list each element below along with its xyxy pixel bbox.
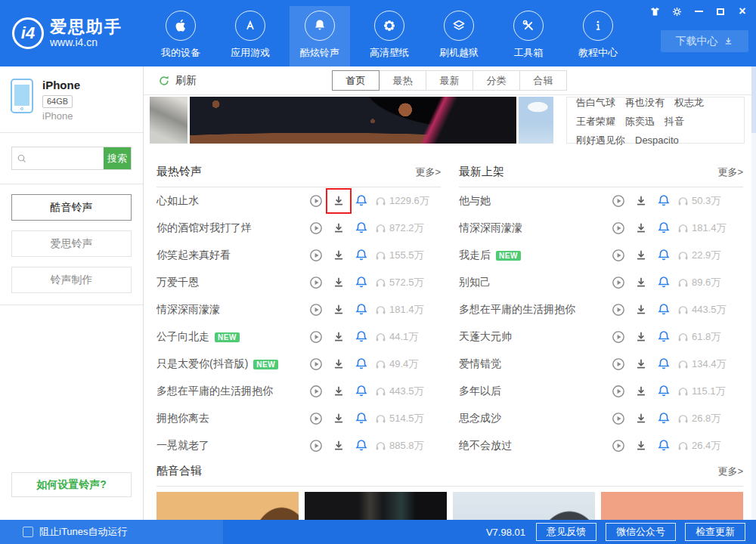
nav-toolbox[interactable]: 工具箱: [498, 6, 559, 66]
play-button[interactable]: [607, 298, 630, 321]
nav-flash-jailbreak[interactable]: 刷机越狱: [429, 6, 489, 66]
play-button[interactable]: [305, 244, 327, 267]
play-button[interactable]: [607, 271, 630, 294]
play-button[interactable]: [607, 244, 630, 267]
tab-categories[interactable]: 分类: [472, 70, 520, 91]
album-cover[interactable]: 合辑: [601, 492, 743, 520]
download-button[interactable]: [630, 434, 652, 457]
banner-slide-next[interactable]: [519, 97, 553, 144]
device-card[interactable]: iPhone 64GB iPhone: [0, 66, 143, 133]
download-button[interactable]: [327, 380, 350, 403]
download-button[interactable]: [327, 326, 350, 348]
set-ringtone-button[interactable]: [652, 326, 675, 348]
nav-wallpapers[interactable]: 高清壁纸: [359, 6, 420, 66]
nav-tutorials[interactable]: 教程中心: [568, 6, 628, 66]
download-button[interactable]: [630, 190, 652, 212]
download-button[interactable]: [327, 244, 350, 267]
download-button-annotated[interactable]: [327, 190, 350, 212]
more-link[interactable]: 更多>: [717, 165, 743, 179]
set-ringtone-button[interactable]: [652, 407, 675, 430]
hot-tag[interactable]: Despacito: [635, 131, 679, 150]
more-link[interactable]: 更多>: [415, 165, 441, 179]
search-input[interactable]: [32, 147, 104, 169]
block-itunes-checkbox[interactable]: [23, 527, 33, 537]
set-ringtone-button[interactable]: [350, 353, 373, 376]
play-button[interactable]: [607, 380, 630, 403]
set-ringtone-button[interactable]: [652, 434, 675, 457]
set-ringtone-button[interactable]: [652, 298, 675, 321]
play-button[interactable]: [305, 217, 327, 240]
play-button[interactable]: [607, 217, 630, 240]
maximize-button[interactable]: [714, 5, 727, 17]
feedback-button[interactable]: 意见反馈: [536, 523, 596, 541]
settings-gear-button[interactable]: [671, 5, 683, 17]
set-ringtone-button[interactable]: [350, 380, 373, 403]
nav-ringtones[interactable]: 酷炫铃声: [290, 6, 350, 66]
album-cover[interactable]: [305, 492, 447, 520]
download-button[interactable]: [630, 244, 652, 267]
tab-home[interactable]: 首页: [332, 70, 380, 91]
album-cover[interactable]: 我的天: [453, 492, 595, 520]
download-center-button[interactable]: 下载中心: [661, 30, 748, 52]
sidebar-item-kuyin-ringtones[interactable]: 酷音铃声: [11, 194, 132, 221]
download-button[interactable]: [327, 434, 350, 457]
set-ringtone-button[interactable]: [350, 326, 373, 348]
hot-tag[interactable]: 王者荣耀: [576, 112, 615, 131]
download-button[interactable]: [630, 380, 652, 403]
banner-slide-current[interactable]: [190, 97, 516, 144]
tab-newest[interactable]: 最新: [426, 70, 473, 91]
refresh-button[interactable]: 刷新: [157, 66, 197, 94]
tab-collections[interactable]: 合辑: [519, 70, 567, 91]
theme-skin-button[interactable]: [649, 5, 661, 17]
set-ringtone-button[interactable]: [652, 271, 675, 294]
play-button[interactable]: [305, 190, 327, 212]
album-cover[interactable]: 好歌: [156, 492, 299, 520]
play-button[interactable]: [305, 298, 327, 321]
play-button[interactable]: [607, 353, 630, 376]
play-button[interactable]: [607, 434, 630, 457]
check-update-button[interactable]: 检查更新: [685, 523, 745, 541]
download-button[interactable]: [630, 353, 652, 376]
close-button[interactable]: ×: [736, 5, 748, 17]
play-button[interactable]: [305, 380, 327, 403]
set-ringtone-button[interactable]: [350, 217, 373, 240]
set-ringtone-button[interactable]: [652, 353, 675, 376]
play-button[interactable]: [607, 407, 630, 430]
search-button[interactable]: 搜索: [104, 147, 131, 169]
nav-my-devices[interactable]: 我的设备: [150, 6, 211, 66]
banner-slide-prev[interactable]: [150, 97, 187, 144]
more-link[interactable]: 更多>: [717, 465, 743, 478]
download-button[interactable]: [327, 271, 350, 294]
set-ringtone-button[interactable]: [350, 271, 373, 294]
set-ringtone-button[interactable]: [652, 190, 675, 212]
hot-tag[interactable]: 再也没有: [625, 93, 665, 112]
set-ringtone-button[interactable]: [350, 407, 373, 430]
hot-tag[interactable]: 告白气球: [576, 93, 615, 112]
sidebar-item-ringtone-maker[interactable]: 铃声制作: [11, 267, 132, 293]
hot-tag[interactable]: 陈奕迅: [625, 112, 655, 131]
how-to-set-ringtone-button[interactable]: 如何设置铃声?: [11, 472, 132, 497]
play-button[interactable]: [305, 434, 327, 457]
nav-apps-games[interactable]: 应用游戏: [220, 6, 280, 66]
download-button[interactable]: [630, 298, 652, 321]
download-button[interactable]: [630, 326, 652, 348]
tab-hottest[interactable]: 最热: [379, 70, 426, 91]
download-button[interactable]: [327, 217, 350, 240]
scrollbar-thumb[interactable]: [751, 66, 756, 133]
set-ringtone-button[interactable]: [652, 217, 675, 240]
hot-tag[interactable]: 抖音: [665, 112, 684, 131]
hot-tag[interactable]: 权志龙: [674, 93, 704, 112]
set-ringtone-button[interactable]: [652, 380, 675, 403]
set-ringtone-button[interactable]: [350, 244, 373, 267]
download-button[interactable]: [327, 353, 350, 376]
play-button[interactable]: [305, 407, 327, 430]
play-button[interactable]: [305, 353, 327, 376]
play-button[interactable]: [305, 326, 327, 348]
download-button[interactable]: [630, 407, 652, 430]
sidebar-item-i4-ringtones[interactable]: 爱思铃声: [11, 230, 132, 257]
set-ringtone-button[interactable]: [350, 190, 373, 212]
download-button[interactable]: [630, 271, 652, 294]
minimize-button[interactable]: [692, 5, 705, 17]
play-button[interactable]: [607, 190, 630, 212]
hot-tag[interactable]: 刚好遇见你: [576, 131, 625, 150]
